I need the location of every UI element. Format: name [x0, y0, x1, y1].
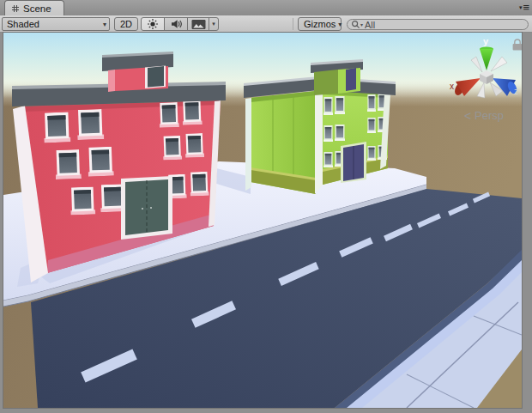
scene-viewport-canvas[interactable]: x y z < Persp	[3, 33, 522, 408]
projection-text: Persp	[475, 109, 504, 122]
2d-toggle-button[interactable]: 2D	[114, 17, 138, 31]
panel-menu-arrow: ▾	[519, 3, 523, 12]
tab-label: Scene	[23, 3, 51, 14]
projection-arrow: <	[464, 109, 471, 123]
gizmos-dropdown[interactable]: Gizmos ▾	[298, 17, 342, 31]
panel-menu-bars: ≡	[523, 3, 529, 12]
roof-penthouse	[311, 59, 363, 95]
corner-trim	[315, 89, 323, 194]
effects-dropdown-arrow[interactable]: ▾	[209, 17, 219, 31]
search-filter-arrow: ▾	[360, 21, 363, 27]
axis-z-label: z	[514, 87, 518, 96]
gizmos-label: Gizmos	[304, 19, 336, 29]
unity-scene-view-window: Scene ▾ ≡ Shaded ▾ 2D	[0, 0, 532, 413]
chevron-down-icon: ▾	[100, 21, 109, 28]
effects-toggle-button[interactable]	[187, 17, 209, 31]
toolbar-divider	[293, 18, 293, 30]
view-option-buttons: ▾	[141, 17, 219, 31]
tab-bar: Scene ▾ ≡	[0, 0, 532, 15]
search-input[interactable]	[365, 20, 524, 29]
tab-scene[interactable]: Scene	[4, 0, 64, 15]
entrance-door	[341, 142, 366, 183]
corner-trim	[245, 98, 251, 191]
speaker-icon	[170, 18, 182, 30]
chevron-down-icon: ▾	[336, 21, 344, 28]
projection-label[interactable]: < Persp	[464, 109, 504, 123]
chevron-down-icon: ▾	[212, 21, 215, 27]
axis-x-label: x	[450, 82, 454, 91]
axis-y-label: y	[483, 36, 489, 46]
shading-mode-label: Shaded	[7, 19, 39, 29]
grid-icon	[11, 4, 20, 13]
panel-menu-icon[interactable]: ▾ ≡	[519, 3, 529, 12]
shading-mode-dropdown[interactable]: Shaded ▾	[2, 17, 110, 31]
lighting-toggle-button[interactable]	[141, 17, 165, 31]
scene-toolbar: Shaded ▾ 2D	[0, 15, 532, 33]
2d-label: 2D	[120, 19, 132, 29]
audio-toggle-button[interactable]	[164, 17, 188, 31]
image-icon	[191, 19, 206, 30]
roof-penthouse	[102, 52, 173, 92]
scene-search-field[interactable]: ▾	[347, 19, 529, 30]
magnifier-icon	[351, 20, 360, 29]
entrance-door	[121, 176, 172, 240]
sun-icon	[147, 18, 159, 30]
